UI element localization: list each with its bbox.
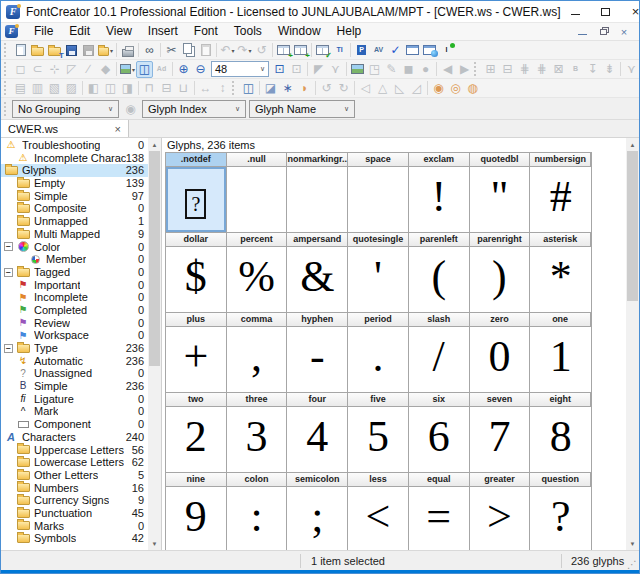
glyph-cell-parenleft[interactable]: (: [409, 247, 470, 313]
toolbar-grip[interactable]: [4, 62, 9, 76]
glyph-cell-hyphen[interactable]: -: [287, 327, 348, 393]
glyph-cell--notdef[interactable]: ?: [166, 167, 227, 233]
glyph-cell-numbersign[interactable]: #: [530, 167, 591, 233]
font-preview-icon[interactable]: P: [353, 42, 370, 59]
glyph-cell-space[interactable]: [348, 167, 409, 233]
export-font-icon[interactable]: ▾: [97, 42, 114, 59]
open-installed-font-icon[interactable]: T: [46, 42, 63, 59]
tree-item-multi-mapped[interactable]: Multi Mapped9: [1, 228, 148, 241]
scroll-down-icon[interactable]: ▼: [148, 537, 161, 550]
import-image-icon[interactable]: [349, 61, 366, 78]
tree-item-numbers[interactable]: Numbers16: [1, 482, 148, 495]
toolbar-grip[interactable]: [4, 43, 9, 57]
tree-item-automatic[interactable]: ↯Automatic236: [1, 355, 148, 368]
tab-close-icon[interactable]: ×: [115, 124, 121, 134]
eraser-icon[interactable]: ◪: [262, 80, 279, 97]
glyph-cell-slash[interactable]: /: [409, 327, 470, 393]
menu-file[interactable]: File: [26, 23, 61, 40]
get-union-icon[interactable]: ◗: [296, 80, 313, 97]
glyph-cell-greater[interactable]: >: [470, 487, 531, 550]
collapse-icon[interactable]: −: [4, 242, 13, 251]
tree-item-glyphs[interactable]: Glyphs236: [1, 164, 148, 177]
glyph-cell-quotesingle[interactable]: ': [348, 247, 409, 313]
tree-item-tagged[interactable]: −Tagged0: [1, 266, 148, 279]
glyph-cell-comma[interactable]: ,: [227, 327, 288, 393]
resize-grip[interactable]: ⋰: [627, 559, 637, 570]
exclusion-icon[interactable]: ◍: [464, 80, 481, 97]
font-properties-icon[interactable]: TI: [331, 42, 348, 59]
glyph-cell-four[interactable]: 4: [287, 407, 348, 473]
glyph-cell-equal[interactable]: =: [409, 487, 470, 550]
menu-font[interactable]: Font: [186, 23, 226, 40]
glyph-cell-percent[interactable]: %: [227, 247, 288, 313]
find-glyphs-icon[interactable]: ∞: [141, 42, 158, 59]
zoom-level-combo[interactable]: 48∨: [211, 61, 269, 77]
sort-primary-combobox[interactable]: Glyph Index ∨: [142, 100, 246, 118]
glyph-cell-three[interactable]: 3: [227, 407, 288, 473]
close-button[interactable]: ×: [621, 1, 640, 22]
tree-item-empty[interactable]: Empty139: [1, 177, 148, 190]
test-font-icon[interactable]: I: [438, 42, 455, 59]
tree-item-component[interactable]: Component0: [1, 418, 148, 431]
maximize-button[interactable]: [591, 1, 621, 22]
glyph-cell-nine[interactable]: 9: [166, 487, 227, 550]
tree-item-other-letters[interactable]: Other Letters5: [1, 469, 148, 482]
glyph-cell-eight[interactable]: 8: [530, 407, 591, 473]
minimize-button[interactable]: [561, 1, 591, 22]
autometrics-icon[interactable]: AV: [370, 42, 387, 59]
insert-characters-icon[interactable]: +: [292, 42, 309, 59]
mdi-close-button[interactable]: ×: [617, 25, 631, 38]
background-image-icon[interactable]: ▾: [119, 61, 136, 78]
tree-item-currency-signs[interactable]: Currency Signs9: [1, 494, 148, 507]
tree-item-color[interactable]: −Color0: [1, 241, 148, 254]
tree-item-lowercase-letters[interactable]: Lowercase Letters62: [1, 456, 148, 469]
font-validation-icon[interactable]: ✓: [387, 42, 404, 59]
save-font-icon[interactable]: [63, 42, 80, 59]
menu-window[interactable]: Window: [270, 23, 329, 40]
scroll-up-icon[interactable]: ▲: [626, 138, 639, 151]
copy-icon[interactable]: [180, 42, 197, 59]
glyph-properties-icon[interactable]: ✓: [314, 42, 331, 59]
zoom-out-icon[interactable]: ⊖: [192, 61, 209, 78]
tree-item-incomplete[interactable]: ⚑Incomplete0: [1, 291, 148, 304]
union-icon[interactable]: ◉: [430, 80, 447, 97]
tree-item-uppercase-letters[interactable]: Uppercase Letters56: [1, 444, 148, 457]
scroll-down-icon[interactable]: ▼: [626, 537, 639, 550]
new-font-icon[interactable]: [12, 42, 29, 59]
glyph-overview-icon[interactable]: ◫: [240, 80, 257, 97]
menu-tools[interactable]: Tools: [226, 23, 270, 40]
knife-icon[interactable]: ∗: [279, 80, 296, 97]
document-icon[interactable]: F: [5, 25, 18, 38]
tree-item-marks[interactable]: Marks0: [1, 520, 148, 533]
web-preview-icon[interactable]: [421, 42, 438, 59]
glyph-cell-question[interactable]: ?: [530, 487, 591, 550]
toolbar-grip[interactable]: [4, 81, 9, 95]
glyph-cell-colon[interactable]: :: [227, 487, 288, 550]
tree-item-important[interactable]: ⚑Important0: [1, 279, 148, 292]
open-font-icon[interactable]: [29, 42, 46, 59]
glyph-cell-nonmarkingr-[interactable]: [287, 167, 348, 233]
mdi-minimize-button[interactable]: [575, 25, 589, 38]
tree-item-workspace[interactable]: ⚑Workspace0: [1, 329, 148, 342]
tree-item-characters[interactable]: ACharacters240: [1, 431, 148, 444]
glyph-cell-asterisk[interactable]: *: [530, 247, 591, 313]
glyph-cell-plus[interactable]: +: [166, 327, 227, 393]
tree-item-incomplete-characters[interactable]: ⚠Incomplete Characters138: [1, 152, 148, 165]
menu-help[interactable]: Help: [329, 23, 370, 40]
sort-secondary-combobox[interactable]: Glyph Name ∨: [249, 100, 355, 118]
tree-item-simple[interactable]: Simple97: [1, 190, 148, 203]
glyph-cell--null[interactable]: [227, 167, 288, 233]
toolbar-grip[interactable]: [4, 102, 9, 116]
tree-item-mark[interactable]: ^Mark0: [1, 405, 148, 418]
glyph-cell-less[interactable]: <: [348, 487, 409, 550]
collapse-icon[interactable]: −: [4, 344, 13, 353]
glyph-cell-exclam[interactable]: !: [409, 167, 470, 233]
collapse-icon[interactable]: −: [4, 268, 13, 277]
tree-item-composite[interactable]: Composite0: [1, 202, 148, 215]
glyph-cell-zero[interactable]: 0: [470, 327, 531, 393]
tree-item-completed[interactable]: ⚑Completed0: [1, 304, 148, 317]
tree-item-ligature[interactable]: fiLigature0: [1, 393, 148, 406]
mdi-restore-button[interactable]: [596, 25, 610, 38]
scroll-up-icon[interactable]: ▲: [148, 138, 161, 151]
print-icon[interactable]: [119, 42, 136, 59]
